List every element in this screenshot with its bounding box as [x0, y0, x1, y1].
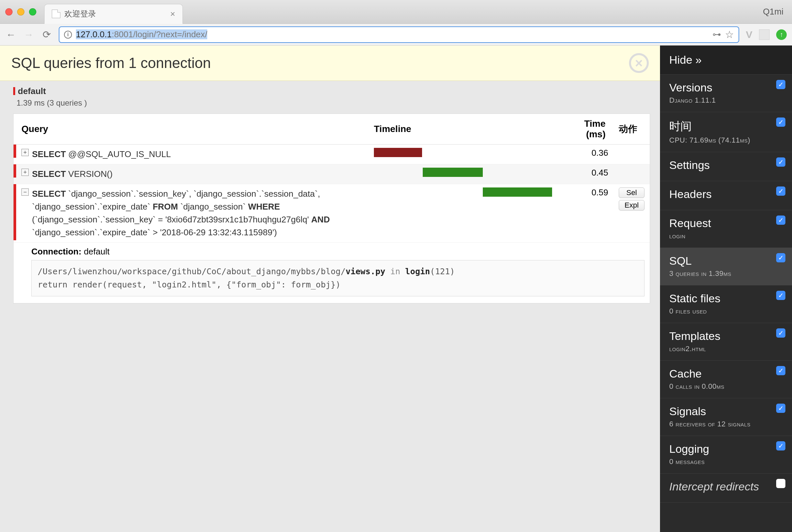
key-icon[interactable]: ⊶ [713, 30, 721, 40]
back-button[interactable]: ← [5, 29, 17, 40]
panel-checkbox[interactable]: ✓ [776, 117, 786, 127]
query-time: 0.45 [557, 164, 614, 184]
panel-checkbox[interactable]: ✓ [776, 80, 786, 89]
select-button[interactable]: Sel [619, 187, 644, 198]
panel-checkbox[interactable]: ✓ [776, 187, 786, 196]
panel-subtitle: 0 messages [669, 457, 783, 466]
panel-subtitle: login2.html [669, 345, 783, 353]
query-detail: Connection: default /Users/liwenzhou/wor… [14, 243, 650, 303]
sql-text: SELECT VERSION() [32, 168, 113, 180]
query-row: − SELECT `django_session`.`session_key`,… [14, 184, 650, 243]
col-timeline: Timeline [369, 114, 557, 145]
close-tab-icon[interactable]: × [170, 9, 175, 19]
sql-panel: SQL queries from 1 connection × default … [0, 45, 660, 532]
connection-stats: 1.39 ms (3 queries ) [17, 98, 647, 108]
expand-toggle-button[interactable]: + [21, 169, 29, 176]
maximize-window-icon[interactable] [29, 8, 36, 16]
timeline-bar [374, 187, 552, 197]
profile-name[interactable]: Q1mi [763, 6, 787, 17]
debug-panel-intercept-redirects[interactable]: Intercept redirects [660, 474, 792, 502]
timeline-bar [374, 148, 552, 157]
panel-title-label: Logging [669, 442, 783, 455]
panel-title-label: SQL [669, 254, 783, 267]
debug-panel-static-files[interactable]: Static files0 files used✓ [660, 285, 792, 323]
severity-marker [14, 145, 16, 158]
close-window-icon[interactable] [5, 8, 13, 16]
panel-checkbox[interactable]: ✓ [776, 328, 786, 338]
extension-green-icon[interactable]: ↑ [776, 30, 787, 40]
query-time: 0.36 [557, 145, 614, 164]
panel-checkbox[interactable]: ✓ [776, 441, 786, 451]
panel-title-label: Templates [669, 330, 783, 343]
debug-panel-logging[interactable]: Logging0 messages✓ [660, 436, 792, 474]
connection-line: Connection: default [31, 247, 644, 257]
panel-title-label: Intercept redirects [669, 480, 783, 493]
debug-panel-versions[interactable]: VersionsDjango 1.11.1✓ [660, 75, 792, 112]
panel-checkbox[interactable] [776, 479, 786, 488]
debug-panel-settings[interactable]: Settings✓ [660, 152, 792, 181]
panel-title: SQL queries from 1 connection [11, 55, 211, 71]
timeline-bar [374, 168, 552, 177]
reload-button[interactable]: ⟳ [41, 29, 52, 40]
panel-checkbox[interactable]: ✓ [776, 215, 786, 225]
query-time: 0.59 [557, 184, 614, 243]
content-area: SQL queries from 1 connection × default … [0, 45, 792, 532]
panel-subtitle: Django 1.11.1 [669, 96, 783, 104]
panel-checkbox[interactable]: ✓ [776, 253, 786, 262]
explain-button[interactable]: Expl [619, 200, 644, 211]
tab-title: 欢迎登录 [64, 8, 96, 19]
connection-name: default [18, 86, 46, 96]
titlebar: 欢迎登录 × Q1mi [0, 0, 792, 24]
col-action: 动作 [614, 114, 650, 145]
expand-toggle-button[interactable]: + [21, 149, 29, 156]
debug-panel-templates[interactable]: Templateslogin2.html✓ [660, 323, 792, 361]
debug-panel-signals[interactable]: Signals6 receivers of 12 signals✓ [660, 398, 792, 436]
panel-subtitle: 0 files used [669, 307, 783, 316]
debug-panel-cache[interactable]: Cache0 calls in 0.00ms✓ [660, 361, 792, 398]
severity-marker [14, 164, 16, 177]
extension-square-icon[interactable] [759, 30, 770, 40]
panel-title-label: Cache [669, 367, 783, 380]
collapse-toggle-button[interactable]: − [21, 188, 29, 196]
panel-checkbox[interactable]: ✓ [776, 366, 786, 375]
panel-subtitle: login [669, 232, 783, 240]
toolbar: ← → ⟳ i 127.0.0.1:8001/login/?next=/inde… [0, 24, 792, 45]
sql-text: SELECT `django_session`.`session_key`, `… [32, 187, 363, 239]
info-icon[interactable]: i [64, 31, 72, 39]
panel-title-label: Static files [669, 292, 783, 305]
browser-tab[interactable]: 欢迎登录 × [44, 4, 183, 24]
panel-title-label: 时间 [669, 119, 783, 134]
panel-subtitle: 0 calls in 0.00ms [669, 382, 783, 391]
sql-text: SELECT @@SQL_AUTO_IS_NULL [32, 148, 171, 161]
forward-button[interactable]: → [23, 29, 34, 40]
close-panel-button[interactable]: × [629, 53, 649, 73]
debug-toolbar: Hide »VersionsDjango 1.11.1✓时间CPU: 71.69… [660, 45, 792, 532]
debug-panel-request[interactable]: Requestlogin✓ [660, 210, 792, 248]
panel-title-label: Settings [669, 159, 783, 172]
debug-panel-sql[interactable]: SQL3 queries in 1.39ms✓ [660, 248, 792, 285]
panel-subtitle: 3 queries in 1.39ms [669, 269, 783, 278]
url-bar[interactable]: i 127.0.0.1:8001/login/?next=/index/ ⊶ ☆ [59, 26, 739, 43]
debug-panel-时间[interactable]: 时间CPU: 71.69ms (74.11ms)✓ [660, 112, 792, 152]
timeline-segment [423, 168, 483, 177]
debug-panel-headers[interactable]: Headers✓ [660, 181, 792, 210]
panel-subtitle: 6 receivers of 12 signals [669, 420, 783, 429]
bookmark-star-icon[interactable]: ☆ [725, 29, 734, 40]
connection-info: default 1.39 ms (3 queries ) [0, 81, 660, 110]
panel-checkbox[interactable]: ✓ [776, 404, 786, 413]
panel-title-label: Headers [669, 188, 783, 201]
minimize-window-icon[interactable] [17, 8, 24, 16]
window-controls [5, 8, 36, 16]
panel-title-label: Request [669, 217, 783, 230]
hide-toolbar-button[interactable]: Hide » [660, 45, 792, 75]
queries-table: Query Timeline Time (ms) 动作 + [13, 114, 650, 304]
panel-title-label: Versions [669, 81, 783, 94]
timeline-segment [483, 187, 552, 197]
url-text: 127.0.0.1:8001/login/?next=/index/ [76, 30, 207, 40]
connection-color-marker [13, 87, 15, 95]
panel-checkbox[interactable]: ✓ [776, 157, 786, 167]
extension-v-icon[interactable]: V [746, 29, 752, 40]
page-icon [52, 10, 60, 18]
panel-checkbox[interactable]: ✓ [776, 291, 786, 300]
traceback-box: /Users/liwenzhou/workspace/github/CoC/ab… [31, 260, 644, 296]
